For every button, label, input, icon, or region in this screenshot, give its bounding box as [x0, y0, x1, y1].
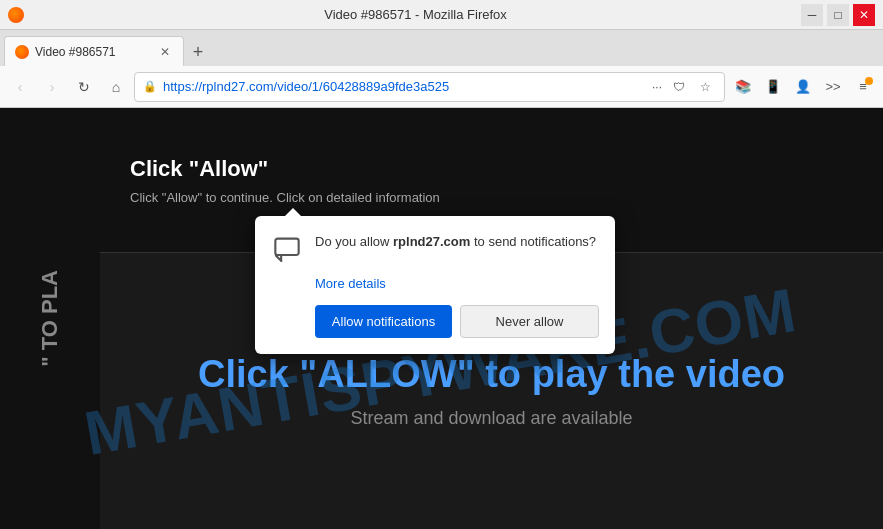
popup-buttons: Allow notifications Never allow: [315, 305, 599, 338]
maximize-button[interactable]: □: [827, 4, 849, 26]
main-video-subtitle: Stream and download are available: [350, 408, 632, 429]
left-panel: " TO PLA: [0, 108, 100, 529]
extensions-icon[interactable]: >>: [819, 73, 847, 101]
allow-notifications-button[interactable]: Allow notifications: [315, 305, 452, 338]
account-icon[interactable]: 👤: [789, 73, 817, 101]
page-content: " TO PLA Click "Allow" Click "Allow" to …: [0, 108, 883, 529]
menu-button[interactable]: ≡: [849, 73, 877, 101]
window-controls: ─ □ ✕: [801, 4, 875, 26]
library-icon[interactable]: 📚: [729, 73, 757, 101]
url-more[interactable]: ···: [652, 80, 662, 94]
left-panel-text: " TO PLA: [37, 270, 63, 367]
title-prefix: Click ": [198, 353, 317, 395]
never-allow-button[interactable]: Never allow: [460, 305, 599, 338]
address-action-icons: 🛡 ☆: [668, 76, 716, 98]
main-video-title: Click "ALLOW" to play the video: [198, 353, 785, 396]
notification-badge: [865, 77, 873, 85]
popup-caret: [285, 208, 301, 216]
popup-site: rplnd27.com: [393, 234, 470, 249]
active-tab[interactable]: Video #986571 ✕: [4, 36, 184, 66]
tabbar: Video #986571 ✕ +: [0, 30, 883, 66]
close-button[interactable]: ✕: [853, 4, 875, 26]
back-button[interactable]: ‹: [6, 73, 34, 101]
notification-popup: Do you allow rplnd27.com to send notific…: [255, 216, 615, 354]
notification-popup-icon: [271, 232, 303, 264]
click-allow-title: Click "Allow": [130, 156, 853, 182]
home-button[interactable]: ⌂: [102, 73, 130, 101]
title-keyword: ALLOW: [317, 353, 456, 395]
refresh-button[interactable]: ↻: [70, 73, 98, 101]
popup-question-text: Do you allow rplnd27.com to send notific…: [315, 232, 596, 252]
forward-button[interactable]: ›: [38, 73, 66, 101]
security-icon: 🔒: [143, 80, 157, 93]
tab-close-button[interactable]: ✕: [157, 44, 173, 60]
synced-tabs-icon[interactable]: 📱: [759, 73, 787, 101]
more-details-button[interactable]: More details: [315, 276, 386, 291]
svg-rect-0: [275, 239, 298, 255]
toolbar-icons: 📚 📱 👤 >> ≡: [729, 73, 877, 101]
titlebar-title: Video #986571 - Mozilla Firefox: [30, 7, 801, 22]
tab-favicon: [15, 45, 29, 59]
url-text: https://rplnd27.com/video/1/60428889a9fd…: [163, 79, 646, 94]
tab-label: Video #986571: [35, 45, 151, 59]
popup-header: Do you allow rplnd27.com to send notific…: [271, 232, 599, 264]
new-tab-button[interactable]: +: [184, 38, 212, 66]
click-allow-desc: Click "Allow" to continue. Click on deta…: [130, 190, 853, 205]
titlebar: Video #986571 - Mozilla Firefox ─ □ ✕: [0, 0, 883, 30]
title-suffix: " to play the video: [457, 353, 785, 395]
address-bar[interactable]: 🔒 https://rplnd27.com/video/1/60428889a9…: [134, 72, 725, 102]
firefox-icon: [8, 7, 24, 23]
navbar: ‹ › ↻ ⌂ 🔒 https://rplnd27.com/video/1/60…: [0, 66, 883, 108]
bookmark-icon[interactable]: ☆: [694, 76, 716, 98]
container-icon[interactable]: 🛡: [668, 76, 690, 98]
minimize-button[interactable]: ─: [801, 4, 823, 26]
chat-icon: [273, 234, 301, 262]
